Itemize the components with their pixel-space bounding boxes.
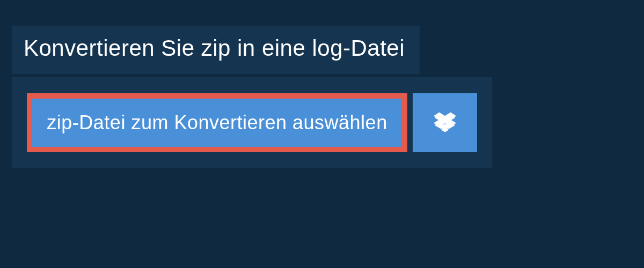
- select-file-label: zip-Datei zum Konvertieren auswählen: [47, 111, 387, 134]
- select-file-button[interactable]: zip-Datei zum Konvertieren auswählen: [27, 93, 407, 152]
- title-bar: Konvertieren Sie zip in eine log-Datei: [12, 26, 420, 74]
- dropbox-button[interactable]: [413, 93, 477, 152]
- action-row: zip-Datei zum Konvertieren auswählen: [12, 77, 492, 168]
- page-title: Konvertieren Sie zip in eine log-Datei: [24, 35, 405, 61]
- dropbox-icon: [434, 111, 456, 134]
- converter-panel: Konvertieren Sie zip in eine log-Datei z…: [0, 0, 644, 168]
